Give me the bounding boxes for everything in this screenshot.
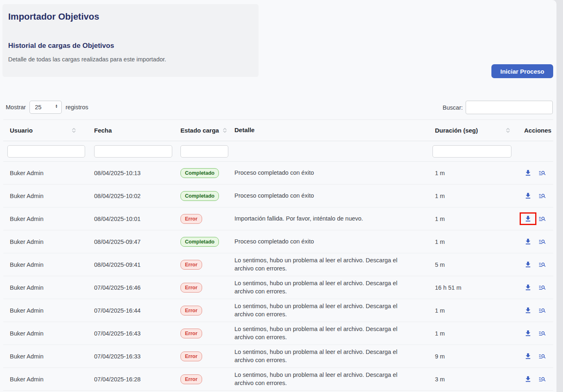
column-header-label: Duración (seg) [435,127,478,134]
view-details-icon[interactable] [538,238,546,246]
download-icon[interactable] [524,306,532,314]
view-details-icon[interactable] [538,352,546,360]
sort-icon[interactable] [505,127,511,133]
cell-duracion: 5 m [428,253,514,276]
start-process-button[interactable]: Iniciar Proceso [491,64,553,78]
page-title: Importador Objetivos [8,11,99,22]
cell-usuario: Buker Admin [3,253,90,276]
table-row: Buker Admin07/04/2025-16:28ErrorLo senti… [3,368,553,391]
row-actions [524,284,546,291]
page-size-select[interactable]: 25 ▲▼ [29,101,62,114]
table-row: Buker Admin07/04/2025-16:44ErrorLo senti… [3,299,553,322]
filter-estado-input[interactable] [180,145,228,158]
cell-acciones [514,322,553,345]
page-size-value: 25 [35,104,41,110]
cell-fecha: 08/04/2025-10:02 [90,185,177,207]
download-icon[interactable] [524,192,532,200]
show-label: Mostrar [6,104,26,110]
loads-history-table: UsuarioFechaEstado cargaDetalleDuración … [3,119,553,391]
cell-fecha: 08/04/2025-09:47 [90,230,177,253]
filter-cell-estado [177,141,231,161]
search-label: Buscar: [443,104,463,111]
cell-acciones [514,253,553,276]
filter-cell-detalle [231,141,428,161]
status-badge: Error [180,214,202,224]
cell-fecha: 08/04/2025-10:13 [90,162,177,184]
column-header-duracion[interactable]: Duración (seg) [428,120,514,141]
view-details-icon[interactable] [538,261,546,268]
cell-acciones [514,345,553,367]
status-badge: Error [180,260,202,270]
status-badge: Error [180,283,202,293]
records-label: registros [65,104,88,110]
cell-detalle: Lo sentimos, hubo un problema al leer el… [231,276,428,299]
row-actions [524,306,546,314]
cell-estado: Error [177,322,231,345]
page-content: Importador Objetivos Historial de cargas… [0,0,556,392]
view-details-icon[interactable] [538,192,546,200]
table-controls: Mostrar 25 ▲▼ registros Buscar: [0,101,556,115]
status-badge: Completado [180,191,219,201]
status-badge: Error [180,351,202,361]
cell-estado: Completado [177,230,231,253]
table-row: Buker Admin08/04/2025-09:41ErrorLo senti… [3,253,553,276]
row-actions [524,375,546,383]
sort-icon[interactable] [222,127,228,133]
table-header-row: UsuarioFechaEstado cargaDetalleDuración … [3,119,553,141]
cell-detalle: Proceso completado con éxito [231,230,428,253]
cell-detalle: Importación fallida. Por favor, inténtal… [231,207,428,230]
download-icon[interactable] [524,329,532,337]
download-icon[interactable] [524,169,532,177]
table-row: Buker Admin08/04/2025-10:13CompletadoPro… [3,162,553,185]
column-header-usuario[interactable]: Usuario [3,120,90,141]
cell-duracion: 1 m [428,299,514,322]
download-icon[interactable] [524,284,532,291]
download-icon[interactable] [524,238,532,246]
column-header-fecha: Fecha [90,120,177,141]
filter-cell-duracion [428,141,514,161]
view-details-icon[interactable] [538,329,546,337]
column-header-estado[interactable]: Estado carga [177,120,231,141]
view-details-icon[interactable] [538,284,546,291]
download-icon[interactable] [524,352,532,360]
cell-detalle: Lo sentimos, hubo un problema al leer el… [231,345,428,367]
sort-icon[interactable] [71,127,77,133]
cell-acciones [514,230,553,253]
table-filter-row [3,141,553,162]
column-header-label: Estado carga [180,127,219,134]
view-details-icon[interactable] [538,375,546,383]
vertical-scrollbar[interactable] [556,0,563,392]
highlight-box [520,212,536,225]
row-actions [524,215,546,223]
filter-duracion-input[interactable] [432,145,511,158]
filter-usuario-input[interactable] [7,145,85,158]
cell-duracion: 1 m [428,322,514,345]
table-row: Buker Admin08/04/2025-10:02CompletadoPro… [3,185,553,207]
download-icon[interactable] [524,375,532,383]
view-details-icon[interactable] [538,215,546,223]
search-input[interactable] [466,101,553,114]
cell-duracion: 3 m [428,368,514,390]
download-icon[interactable] [524,215,532,223]
cell-estado: Error [177,345,231,367]
cell-estado: Error [177,207,231,230]
cell-usuario: Buker Admin [3,368,90,390]
cell-usuario: Buker Admin [3,185,90,207]
cell-acciones [514,368,553,390]
filter-fecha-input[interactable] [94,145,172,158]
view-details-icon[interactable] [538,306,546,314]
cell-acciones [514,162,553,184]
filter-cell-fecha [90,141,177,161]
cell-acciones [514,276,553,299]
column-header-label: Fecha [94,127,112,134]
table-row: Buker Admin08/04/2025-09:47CompletadoPro… [3,230,553,253]
view-details-icon[interactable] [538,169,546,177]
select-arrows-icon: ▲▼ [55,104,58,108]
download-icon[interactable] [524,261,532,268]
cell-estado: Completado [177,162,231,184]
filter-cell-acciones [514,141,553,161]
header-panel: Importador Objetivos Historial de cargas… [2,4,259,77]
cell-estado: Error [177,368,231,390]
row-actions [524,329,546,337]
column-header-acciones: Acciones [514,120,553,141]
